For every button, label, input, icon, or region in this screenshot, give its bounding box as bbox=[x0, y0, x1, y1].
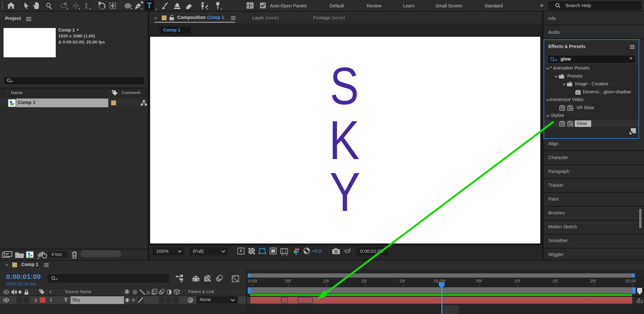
svg-text:fx: fx bbox=[577, 90, 579, 94]
svg-text:fx: fx bbox=[147, 290, 150, 295]
svg-text:32: 32 bbox=[560, 122, 564, 126]
svg-text:T: T bbox=[147, 1, 152, 10]
svg-text:32: 32 bbox=[560, 106, 564, 110]
